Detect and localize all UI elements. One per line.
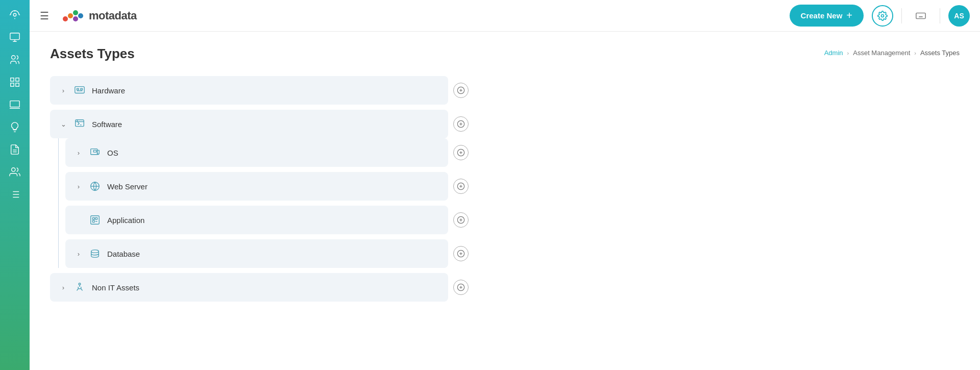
application-label: Application — [107, 216, 144, 225]
keyboard-button[interactable] — [910, 5, 932, 27]
sidebar-item-dashboard[interactable] — [5, 5, 24, 24]
svg-rect-6 — [16, 83, 19, 86]
page-title: Assets Types — [50, 46, 135, 62]
svg-rect-3 — [11, 78, 14, 81]
hardware-label: Hardware — [92, 86, 125, 95]
breadcrumb-asset-management: Asset Management — [853, 49, 910, 57]
database-chevron: › — [75, 250, 83, 258]
non-it-add-button[interactable] — [453, 280, 469, 295]
non-it-item[interactable]: › Non IT Assets — [50, 273, 448, 302]
database-item[interactable]: › Database — [65, 239, 448, 268]
sidebar-item-documents[interactable] — [5, 140, 24, 159]
topbar-divider-2 — [940, 8, 940, 23]
svg-point-10 — [12, 168, 15, 171]
svg-rect-33 — [81, 88, 83, 90]
svg-rect-56 — [95, 217, 97, 219]
webserver-item[interactable]: › Web Server — [65, 172, 448, 201]
webserver-add-button[interactable] — [453, 179, 469, 194]
software-chevron: ⌄ — [59, 120, 67, 128]
logo-text: motadata — [89, 9, 137, 22]
svg-rect-46 — [97, 150, 100, 154]
svg-rect-1 — [10, 33, 19, 40]
webserver-row: › Web Server — [65, 172, 469, 201]
sidebar — [0, 0, 30, 370]
non-it-chevron: › — [59, 284, 67, 291]
svg-point-66 — [79, 283, 81, 285]
os-add-button[interactable] — [453, 145, 469, 160]
os-label: OS — [107, 149, 118, 157]
software-row: ⌄ Software — [50, 110, 469, 138]
keyboard-icon — [915, 10, 926, 21]
os-item[interactable]: › OS — [65, 138, 448, 167]
software-icon — [72, 117, 87, 131]
hardware-chevron: › — [59, 87, 67, 94]
sidebar-item-panels[interactable] — [5, 72, 24, 92]
avatar-initials: AS — [954, 12, 964, 20]
software-add-button[interactable] — [453, 116, 469, 132]
sidebar-item-list[interactable] — [5, 185, 24, 204]
software-children: › OS — [65, 138, 469, 268]
webserver-icon — [88, 179, 102, 193]
breadcrumb-current: Assets Types — [920, 49, 960, 57]
topbar: ☰ motadata Create New + — [30, 0, 980, 32]
create-new-label: Create New — [801, 11, 843, 20]
database-label: Database — [107, 250, 140, 258]
breadcrumb-admin[interactable]: Admin — [824, 49, 843, 57]
os-chevron: › — [75, 149, 83, 157]
application-row: › Application — [65, 206, 469, 234]
non-it-row: › Non IT Assets — [50, 273, 469, 302]
application-icon — [88, 213, 102, 227]
sidebar-item-laptop[interactable] — [5, 95, 24, 114]
webserver-chevron: › — [75, 183, 83, 190]
hardware-add-button[interactable] — [453, 83, 469, 98]
svg-rect-38 — [76, 120, 84, 127]
gear-icon — [877, 11, 888, 21]
user-avatar-button[interactable]: AS — [948, 5, 970, 27]
database-icon — [88, 246, 102, 261]
software-section: ⌄ Software — [50, 110, 469, 268]
svg-point-21 — [73, 16, 78, 21]
page-header: Assets Types Admin › Asset Management › … — [50, 46, 960, 62]
sidebar-item-ideas[interactable] — [5, 117, 24, 137]
application-item[interactable]: › Application — [65, 206, 448, 234]
sidebar-item-team[interactable] — [5, 162, 24, 182]
webserver-label: Web Server — [107, 182, 148, 191]
svg-rect-44 — [93, 150, 96, 152]
svg-point-62 — [91, 250, 99, 253]
svg-rect-31 — [75, 87, 84, 93]
logo: motadata — [61, 8, 137, 24]
create-new-button[interactable]: Create New + — [790, 5, 864, 27]
svg-point-19 — [73, 10, 78, 15]
sidebar-item-monitor[interactable] — [5, 28, 24, 47]
logo-icon — [61, 8, 86, 24]
svg-rect-32 — [77, 88, 79, 90]
hamburger-icon[interactable]: ☰ — [40, 10, 49, 22]
svg-point-0 — [13, 13, 16, 16]
svg-rect-23 — [916, 13, 925, 18]
svg-point-17 — [63, 16, 68, 21]
software-item[interactable]: ⌄ Software — [50, 110, 448, 138]
svg-rect-54 — [91, 216, 100, 225]
breadcrumb: Admin › Asset Management › Assets Types — [824, 49, 960, 57]
svg-rect-5 — [11, 83, 14, 86]
svg-point-2 — [12, 56, 15, 59]
create-new-plus-icon: + — [846, 10, 852, 21]
content-area: Assets Types Admin › Asset Management › … — [30, 32, 980, 370]
breadcrumb-sep-1: › — [847, 50, 849, 56]
main-wrap: ☰ motadata Create New + — [30, 0, 980, 370]
non-it-icon — [72, 280, 87, 294]
svg-rect-55 — [92, 217, 94, 219]
hardware-item[interactable]: › Hardware — [50, 76, 448, 105]
application-add-button[interactable] — [453, 212, 469, 228]
database-row: › Database — [65, 239, 469, 268]
settings-button[interactable] — [872, 5, 893, 27]
os-row: › OS — [65, 138, 469, 167]
software-label: Software — [92, 120, 122, 129]
asset-type-list: › Hardware — [50, 76, 469, 302]
svg-rect-7 — [10, 101, 19, 107]
hardware-icon — [72, 83, 87, 97]
database-add-button[interactable] — [453, 246, 469, 261]
svg-rect-57 — [92, 220, 94, 223]
sidebar-item-users[interactable] — [5, 50, 24, 69]
svg-point-18 — [68, 13, 73, 18]
